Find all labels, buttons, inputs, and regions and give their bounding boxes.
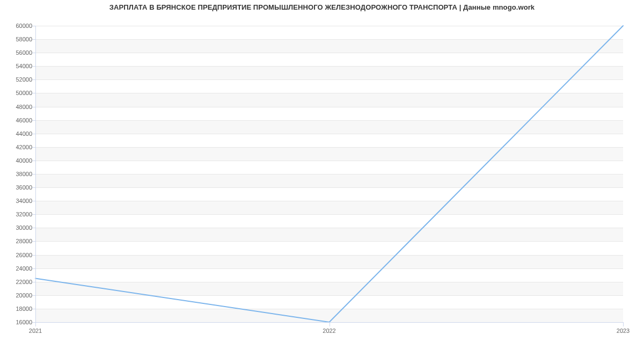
- y-tick-label: 54000: [2, 63, 32, 69]
- plot-area: [35, 26, 623, 322]
- y-tick-label: 24000: [2, 265, 32, 272]
- salary-series-line: [35, 26, 623, 322]
- y-tick-label: 58000: [2, 36, 32, 42]
- y-tick-label: 52000: [2, 76, 32, 83]
- y-tick-label: 18000: [2, 306, 32, 312]
- x-tick-mark: [35, 322, 36, 326]
- y-tick-label: 56000: [2, 49, 32, 56]
- y-tick-label: 16000: [2, 319, 32, 325]
- line-chart: ЗАРПЛАТА В БРЯНСКОЕ ПРЕДПРИЯТИЕ ПРОМЫШЛЕ…: [0, 0, 644, 349]
- y-tick-label: 50000: [2, 90, 32, 96]
- x-tick-label: 2021: [29, 328, 42, 334]
- y-tick-label: 22000: [2, 279, 32, 285]
- y-tick-label: 44000: [2, 130, 32, 137]
- y-tick-label: 26000: [2, 252, 32, 258]
- y-tick-label: 46000: [2, 117, 32, 123]
- y-tick-label: 32000: [2, 211, 32, 217]
- y-tick-label: 30000: [2, 224, 32, 231]
- y-tick-label: 34000: [2, 198, 32, 204]
- y-tick-label: 20000: [2, 292, 32, 299]
- x-tick-label: 2022: [323, 328, 335, 334]
- chart-title: ЗАРПЛАТА В БРЯНСКОЕ ПРЕДПРИЯТИЕ ПРОМЫШЛЕ…: [0, 3, 644, 11]
- x-tick-label: 2023: [617, 328, 630, 334]
- x-tick-mark: [330, 322, 330, 326]
- y-tick-label: 28000: [2, 238, 32, 244]
- y-tick-label: 48000: [2, 104, 32, 110]
- series-layer: [35, 26, 623, 322]
- y-tick-label: 40000: [2, 157, 32, 164]
- x-tick-mark: [623, 322, 624, 326]
- y-tick-label: 36000: [2, 184, 32, 191]
- y-tick-label: 38000: [2, 171, 32, 177]
- y-axis: [35, 26, 36, 322]
- y-tick-label: 42000: [2, 144, 32, 150]
- y-tick-label: 60000: [2, 23, 32, 29]
